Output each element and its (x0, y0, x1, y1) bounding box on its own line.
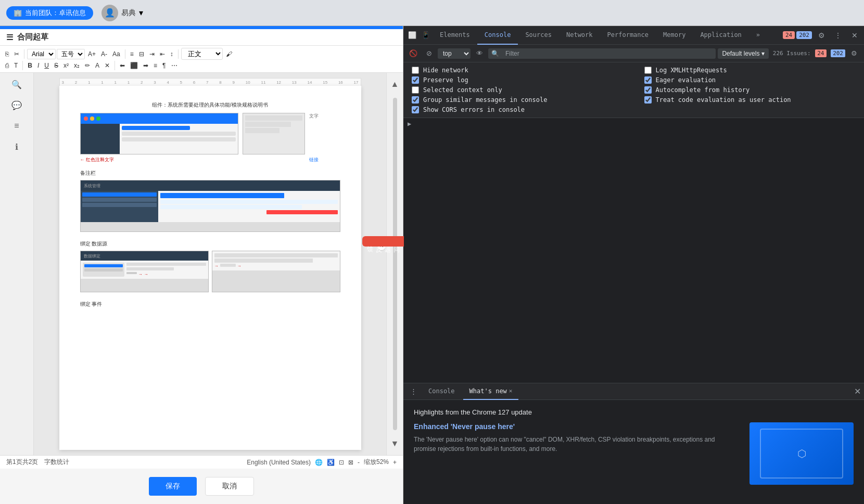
show-cors-row[interactable]: Show CORS errors in console (412, 106, 624, 113)
eye-icon[interactable]: 👁 (473, 47, 486, 60)
font-case-button[interactable]: Aa (110, 49, 122, 59)
info-icon[interactable]: ℹ (9, 139, 24, 154)
justify-button[interactable]: ≡ (151, 61, 159, 70)
highlight-button[interactable]: ✏ (83, 61, 92, 70)
bottom-tab-console[interactable]: Console (422, 383, 461, 400)
indent-button[interactable]: ⇥ (147, 49, 157, 59)
copy-button[interactable]: ⎘ (3, 49, 11, 59)
superscript-button[interactable]: x² (61, 61, 71, 70)
zoom-out-icon[interactable]: - (358, 459, 360, 466)
close-devtools-button[interactable]: ✕ (847, 28, 862, 43)
line-spacing-button[interactable]: ↕ (168, 49, 175, 59)
hide-network-row[interactable]: Hide network (412, 67, 624, 74)
font-family-select[interactable]: Arial (27, 49, 56, 59)
clear-console-icon[interactable]: 🚫 (406, 47, 420, 60)
accessibility-icon[interactable]: ♿ (327, 459, 335, 466)
selected-context-row[interactable]: Selected context only (412, 86, 624, 94)
log-xhr-row[interactable]: Log XMLHttpRequests (644, 67, 856, 74)
expand-button[interactable]: ▶ (403, 118, 864, 130)
align-right-button[interactable]: ➡ (141, 61, 150, 70)
tab-network[interactable]: Network (559, 26, 600, 45)
feedback-button[interactable]: 问 题 反 馈 (362, 236, 404, 247)
font-smaller-button[interactable]: A- (99, 49, 109, 59)
align-left-button[interactable]: ⬅ (118, 61, 127, 70)
console-filter-icon[interactable]: ⊘ (422, 47, 436, 60)
group-similar-row[interactable]: Group similar messages in console (412, 96, 624, 104)
context-selector[interactable]: top (438, 48, 471, 59)
team-badge[interactable]: 🏢 当前团队：卓讯信息 (6, 6, 93, 20)
selected-context-checkbox[interactable] (412, 86, 419, 94)
strikethrough-button[interactable]: S (52, 61, 60, 70)
eager-eval-checkbox[interactable] (644, 76, 652, 84)
cancel-button[interactable]: 取消 (205, 477, 254, 496)
doc-page[interactable]: 组件：系统所需要处理的具体功能/模块规格说明书 (59, 86, 361, 450)
more-button[interactable]: ⋯ (169, 61, 180, 70)
ordered-list-button[interactable]: ⊟ (137, 49, 146, 59)
page-fit-icon[interactable]: ⊡ (339, 459, 344, 466)
devtools-main[interactable] (403, 130, 864, 383)
word-count-label[interactable]: 字数统计 (44, 458, 69, 467)
tab-performance[interactable]: Performance (600, 26, 656, 45)
underline-button[interactable]: U (42, 61, 51, 70)
scroll-up-icon[interactable]: ▲ (388, 77, 402, 92)
show-cors-checkbox[interactable] (412, 106, 419, 113)
cut-button[interactable]: ✂ (12, 49, 21, 59)
tab-application[interactable]: Application (693, 26, 748, 45)
tab-console[interactable]: Console (477, 26, 518, 45)
page-width-icon[interactable]: ⊠ (348, 459, 353, 466)
font-size-select[interactable]: 五号 (57, 49, 85, 59)
tab-memory[interactable]: Memory (656, 26, 693, 45)
ellipsis-icon[interactable]: ⋮ (831, 28, 845, 43)
group-similar-checkbox[interactable] (412, 96, 419, 104)
paste-text-button[interactable]: T (12, 61, 20, 70)
gear-settings-icon[interactable]: ⚙ (847, 47, 861, 60)
whats-new-close-icon[interactable]: ✕ (509, 387, 513, 394)
clear-format-button[interactable]: ✕ (103, 61, 112, 70)
zoom-in-icon[interactable]: + (393, 459, 397, 466)
eager-eval-row[interactable]: Eager evaluation (644, 76, 856, 84)
default-levels-button[interactable]: Default levels ▾ (718, 48, 768, 59)
bottom-tab-whats-new[interactable]: What's new ✕ (463, 383, 519, 400)
font-color-button[interactable]: A (93, 61, 101, 70)
treat-eval-row[interactable]: Treat code evaluation as user action (644, 96, 856, 104)
console-menu-icon[interactable]: ⋮ (406, 385, 420, 398)
text-direction-button[interactable]: ¶ (160, 61, 168, 70)
tab-sources[interactable]: Sources (518, 26, 559, 45)
preserve-log-checkbox[interactable] (412, 76, 419, 84)
settings-icon[interactable]: ⚙ (814, 28, 829, 43)
filter-input[interactable] (501, 48, 713, 59)
log-xhr-checkbox[interactable] (644, 67, 652, 74)
style-dropdown[interactable]: 正文 (181, 48, 223, 60)
outdent-button[interactable]: ⇤ (158, 49, 167, 59)
hide-network-checkbox[interactable] (412, 67, 419, 74)
scrollbar[interactable] (393, 98, 397, 430)
header-text-3: 系统管理 (84, 183, 100, 189)
format-icon[interactable]: ≡ (9, 119, 24, 133)
autocomplete-row[interactable]: Autocomplete from history (644, 86, 856, 94)
devtools-inspect-icon[interactable]: ⬜ (405, 29, 419, 42)
comment-icon[interactable]: 💬 (9, 98, 24, 112)
save-button[interactable]: 保存 (149, 477, 197, 496)
language-icon[interactable]: 🌐 (315, 459, 323, 466)
close-bottom-panel-button[interactable]: ✕ (854, 386, 861, 396)
tab-elements[interactable]: Elements (433, 26, 477, 45)
language-selector[interactable]: English (United States) (247, 459, 311, 466)
list-button[interactable]: ≡ (128, 49, 136, 59)
italic-button[interactable]: I (35, 61, 41, 70)
tab-more[interactable]: » (749, 26, 767, 45)
subscript-button[interactable]: x₂ (72, 61, 82, 70)
user-area[interactable]: 👤 易典 ▾ (101, 5, 143, 21)
zoom-icon[interactable]: 🔍 (9, 77, 24, 92)
align-center-button[interactable]: ⬛ (128, 61, 140, 70)
hamburger-icon[interactable]: ☰ (6, 33, 13, 42)
doc-content-area[interactable]: 32111 12345 678910 1112131415 1617 组件：系统… (34, 73, 386, 455)
format-painter-button[interactable]: 🖌 (224, 49, 234, 59)
preserve-log-row[interactable]: Preserve log (412, 76, 624, 84)
treat-eval-checkbox[interactable] (644, 96, 652, 104)
scroll-down-icon[interactable]: ▼ (388, 436, 402, 451)
autocomplete-checkbox[interactable] (644, 86, 652, 94)
bold-button[interactable]: B (26, 61, 34, 70)
font-bigger-button[interactable]: A+ (86, 49, 98, 59)
devtools-device-icon[interactable]: 📱 (419, 29, 433, 42)
paste-button[interactable]: ⎙ (3, 61, 11, 70)
